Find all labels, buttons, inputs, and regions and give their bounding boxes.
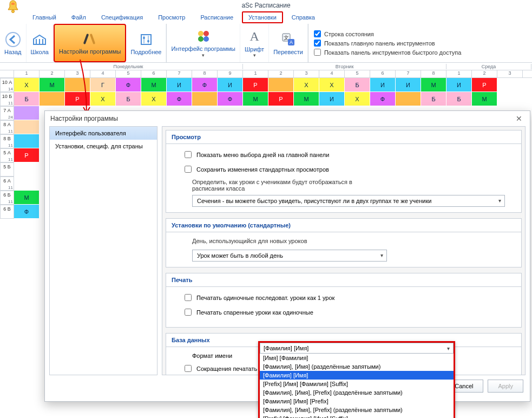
tools-icon <box>82 31 98 47</box>
school-button[interactable]: Школа <box>27 24 54 62</box>
chk-save-views[interactable]: Сохранить изменения стандартных просмотр… <box>182 164 505 174</box>
apply-button[interactable]: Apply <box>488 380 523 393</box>
name-format-option[interactable]: [Фамилия], [Имя] (разделённые запятыми) <box>260 362 454 371</box>
svg-point-16 <box>203 36 209 42</box>
translate-button[interactable]: 文A Перевести <box>269 24 308 62</box>
translate-label: Перевести <box>273 49 303 55</box>
more-label: Подробнее <box>130 49 161 55</box>
svg-point-2 <box>6 32 20 47</box>
svg-text:A: A <box>290 40 293 45</box>
more-button[interactable]: Подробнее <box>126 24 166 62</box>
svg-point-11 <box>143 37 145 39</box>
select-lesson-display[interactable]: Сечения - вы можете быстро увидеть, прис… <box>192 195 505 207</box>
section-defaults: Установки по умолчанию (стандартные) Ден… <box>166 218 522 267</box>
name-format-option[interactable]: [Фамилия] [Имя] [Prefix] <box>260 397 454 406</box>
menu-schedule[interactable]: Расписание <box>194 11 240 23</box>
side-item-ui[interactable]: Интерфейс пользователя <box>50 127 157 140</box>
name-format-option[interactable]: [Имя] [Фамилия] <box>260 354 454 362</box>
svg-rect-5 <box>42 39 43 44</box>
back-label: Назад <box>4 49 22 55</box>
name-format-dropdown[interactable]: [Фамилия] [Имя] [Имя] [Фамилия][Фамилия]… <box>258 341 455 418</box>
ribbon: Назад Школа Настройки программы Подробне… <box>0 24 532 63</box>
app-title: aSc Расписание <box>241 2 290 9</box>
name-format-option[interactable]: [Фамилия] [Имя] <box>260 371 454 380</box>
ribbon-checkboxes: Строка состояния Показать главную панель… <box>308 24 467 62</box>
chk-print-single[interactable]: Печатать одиночные последоват. уроки как… <box>182 292 505 303</box>
program-settings-label: Настройки программы <box>59 48 121 55</box>
name-format-option[interactable]: [Prefix] [Фамилия] [Имя] [Suffix] <box>260 414 454 418</box>
font-icon: A <box>246 29 262 45</box>
translate-icon: 文A <box>280 31 297 48</box>
dialog-title: Настройки программы <box>50 115 118 122</box>
name-format-option[interactable]: [Фамилия], [Имя], [Prefix] (разделённые … <box>260 406 454 414</box>
menu-bar: Главный Файл Спецификация Просмотр Распи… <box>0 11 532 24</box>
menu-spec[interactable]: Спецификация <box>95 11 149 23</box>
svg-point-14 <box>203 31 209 36</box>
chk-print-double[interactable]: Печатать спаренные уроки как одиночные <box>182 307 505 317</box>
svg-point-13 <box>198 31 203 36</box>
status-bar-check[interactable]: Строка состояния <box>314 30 461 37</box>
name-format-option[interactable]: [Prefix] [Имя] [Фамилия] [Suffix] <box>260 380 454 388</box>
close-icon[interactable]: ✕ <box>514 114 524 123</box>
program-settings-button[interactable]: Настройки программы <box>54 24 126 62</box>
svg-rect-8 <box>141 35 151 44</box>
quick-toolbar-check[interactable]: Показать панель инструментов быстрого до… <box>314 49 461 56</box>
ui-button[interactable]: Интерфейс программы ▾ <box>167 24 240 62</box>
name-format-current: [Фамилия] [Имя] <box>260 343 454 354</box>
palette-icon <box>195 28 212 44</box>
section-view: Просмотр Показать меню выбора дней на гл… <box>166 130 522 213</box>
name-format-option[interactable]: [Фамилия], [Имя], [Prefix] (разделённые … <box>260 388 454 397</box>
bell-icon <box>5 0 21 14</box>
svg-point-0 <box>12 10 15 13</box>
svg-point-12 <box>147 40 149 42</box>
back-button[interactable]: Назад <box>0 24 27 62</box>
select-new-lesson-day[interactable]: Урок может быть в любой день <box>192 250 387 262</box>
main-toolbar-check[interactable]: Показать главную панель инструментов <box>314 40 461 47</box>
font-button[interactable]: A Шрифт ▾ <box>240 24 269 62</box>
svg-rect-3 <box>36 39 37 44</box>
sliders-icon <box>138 31 154 48</box>
side-item-country[interactable]: Установки, специф. для страны <box>50 140 157 153</box>
svg-rect-6 <box>83 34 89 44</box>
back-icon <box>5 31 21 48</box>
title-bar: aSc Расписание <box>0 0 532 11</box>
svg-point-15 <box>198 36 203 42</box>
font-label: Шрифт <box>245 46 264 53</box>
menu-settings[interactable]: Установки <box>242 11 283 23</box>
menu-file[interactable]: Файл <box>65 11 93 23</box>
menu-glavny[interactable]: Главный <box>26 11 63 23</box>
svg-rect-1 <box>11 3 15 5</box>
dialog-main-pane: Просмотр Показать меню выбора дней на гл… <box>162 126 526 375</box>
school-icon <box>31 31 48 48</box>
section-print: Печать Печатать одиночные последоват. ур… <box>166 273 522 328</box>
table-row: 10 А14ХМГФМИФИРХХБИИМИР <box>0 78 532 92</box>
chk-day-menu[interactable]: Показать меню выбора дней на главной пан… <box>182 149 505 160</box>
svg-rect-4 <box>39 39 40 44</box>
dialog-side-list: Интерфейс пользователя Установки, специф… <box>49 126 157 375</box>
table-row: 10 Б11БРХБХФФМРМИХФББМ <box>0 92 532 106</box>
school-label: Школа <box>31 49 49 55</box>
menu-view[interactable]: Просмотр <box>152 11 192 23</box>
menu-help[interactable]: Справка <box>285 11 321 23</box>
svg-rect-7 <box>90 34 96 44</box>
ui-label: Интерфейс программы <box>171 45 235 52</box>
